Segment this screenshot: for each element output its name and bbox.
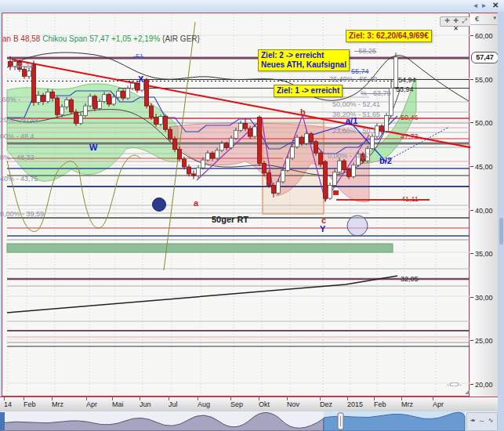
x-axis-tick: 2015 — [347, 400, 363, 408]
x-axis-tick: Nov — [287, 400, 299, 408]
y-axis-tick: 60,00 — [475, 32, 493, 40]
annotation-ziel2[interactable]: Ziel: 2 -> erreicht Neues ATH, Kaufsigna… — [258, 49, 350, 71]
x-axis-tick: Mai — [112, 400, 124, 408]
y-axis-tick: 45,00 — [475, 163, 493, 171]
red-square-marker[interactable] — [333, 190, 339, 195]
x-axis-tick: Jun — [140, 400, 151, 408]
indicator-legend: an B 48,58 Chikou Span 57,47 +1,05 +2,19… — [2, 34, 200, 43]
time-axis[interactable]: 14FebMrzAprMaiJunJulAugSepOktNovDez2015F… — [0, 397, 499, 411]
chart-canvas — [2, 13, 470, 396]
price-axis-header[interactable]: € ▾ — [470, 13, 499, 25]
trendline-black-ascending[interactable] — [7, 276, 397, 313]
window-right-strip[interactable] — [498, 12, 504, 431]
resize-corner-icon[interactable] — [465, 389, 470, 394]
x-axis-tick: Mrz — [401, 400, 413, 408]
navy-circle-marker[interactable] — [153, 198, 166, 212]
chevron-down-icon[interactable]: ▾ — [493, 15, 496, 21]
y-axis-tick: 55,00 — [475, 76, 493, 84]
current-price-tag: 57,47 — [471, 52, 499, 63]
lavender-circle-marker[interactable] — [347, 216, 368, 236]
navigator-corner-block — [0, 412, 5, 430]
y-axis-tick: 50,00 — [475, 119, 493, 127]
navigator-area-grey — [0, 412, 324, 431]
x-axis-tick: Feb — [374, 400, 386, 408]
price-axis[interactable]: € ▾ 60,0055,0050,0045,0040,0035,0030,002… — [470, 13, 499, 397]
ziel1-text: Ziel: 1 -> erreicht — [277, 86, 339, 95]
navigator-canvas — [0, 411, 499, 431]
scrollbar-thumb[interactable] — [499, 218, 503, 244]
x-axis-tick: Aug — [198, 400, 210, 408]
legend-symbol: {AIR GER} — [162, 34, 200, 43]
object-handle-icon[interactable]: -⊂⊃- — [447, 381, 462, 388]
navigator-zoom-icons[interactable]: ↠ ↔ ∿ — [466, 412, 498, 431]
annotation-ziel1[interactable]: Ziel: 1 -> erreicht — [274, 85, 343, 97]
y-axis-tick: 40,00 — [475, 207, 493, 215]
x-axis-tick: Apr — [86, 400, 97, 408]
window-back-icon[interactable]: ◂ — [473, 1, 477, 10]
x-axis-tick: 14 — [4, 400, 12, 408]
x-axis-tick: Mrz — [52, 400, 63, 408]
x-axis-tick: Apr — [433, 400, 444, 408]
x-axis-tick: Jul — [169, 400, 178, 408]
chart-mini-toolbar[interactable]: ✛ ✛ ⤢ ✕ — [440, 16, 473, 27]
x-axis-tick: Sep — [230, 400, 243, 408]
currency-label: € — [475, 15, 479, 23]
legend-chikou: Chikou Span 57,47 — [42, 34, 109, 43]
annotation-ziel3[interactable]: Ziel: 3: 62,20/64,9/69€ — [346, 30, 432, 42]
legend-spanb: an B 48,58 — [2, 34, 40, 43]
x-axis-tick: Feb — [24, 400, 36, 408]
legend-change: +1,05 +2,19% — [111, 34, 160, 43]
chart-plot-area[interactable] — [2, 13, 470, 397]
chart-window: ◂ ▸ ✕ — [0, 0, 504, 431]
window-forward-icon[interactable]: ▸ — [482, 1, 486, 10]
ziel2-line2: Neues ATH, Kaufsignal — [261, 60, 346, 70]
x-axis-tick: Dez — [320, 400, 332, 408]
x-axis-tick: Okt — [259, 400, 270, 408]
y-axis-tick: 30,00 — [475, 294, 493, 302]
green-zone-band[interactable] — [7, 244, 393, 252]
navigator-scrollbar[interactable] — [0, 411, 499, 431]
ziel3-text: Ziel: 3: 62,20/64,9/69€ — [349, 31, 429, 40]
y-axis-tick: 25,00 — [475, 337, 493, 345]
y-axis-tick: 35,00 — [475, 250, 493, 258]
y-axis-tick: 20,00 — [475, 381, 493, 389]
window-titlebar: ◂ ▸ ✕ — [0, 0, 504, 12]
ziel2-line1: Ziel: 2 -> erreicht — [261, 51, 346, 60]
window-close-icon[interactable]: ✕ — [492, 1, 499, 10]
